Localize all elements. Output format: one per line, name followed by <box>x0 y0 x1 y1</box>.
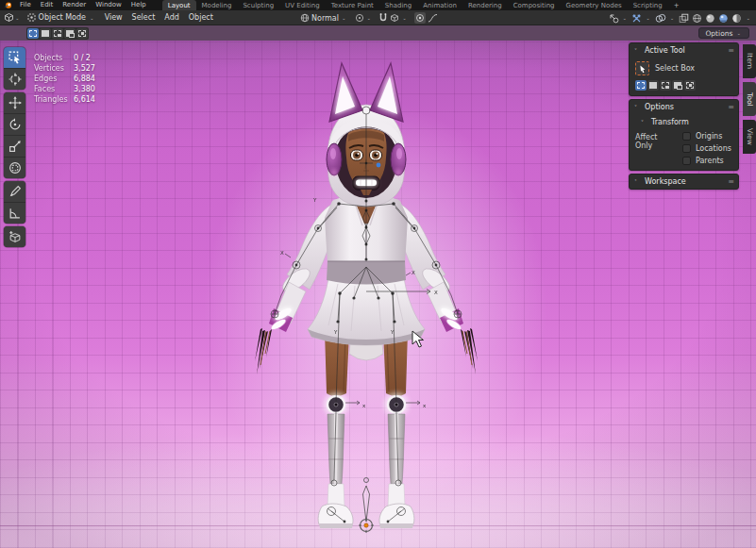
checkbox[interactable] <box>682 144 691 153</box>
viewport-menu-item[interactable]: View <box>100 13 127 22</box>
viewport-menu-item[interactable]: Object <box>184 13 218 22</box>
sidebar-tab[interactable]: View <box>743 120 756 154</box>
select-mode-subtract[interactable] <box>52 28 63 39</box>
tool-measure[interactable] <box>4 203 25 224</box>
topbar-menu-item[interactable]: Help <box>126 0 151 10</box>
active-tool-panel: ˅ Active Tool ≡ Select Box <box>629 42 739 96</box>
mode-selector[interactable]: Object Mode ⌄ <box>24 13 100 22</box>
select-mode-group <box>635 80 732 91</box>
axis-label: Y <box>390 329 395 335</box>
character-model[interactable]: Y X X X Y Y x x <box>234 42 517 542</box>
stats-value: 3,380 <box>74 84 95 94</box>
stats-row: Triangles 6,614 <box>34 94 95 105</box>
proportional-editing-icon[interactable] <box>414 12 426 24</box>
blender-logo-icon[interactable] <box>4 1 12 9</box>
pivot-point-icon[interactable] <box>355 13 364 23</box>
select-mode-extend[interactable] <box>40 28 51 39</box>
topbar-menu-item[interactable]: Render <box>58 0 91 10</box>
select-mode-new[interactable] <box>635 80 647 91</box>
options-panel-header[interactable]: ˅ Options ≡ <box>630 100 738 114</box>
sidebar-tab[interactable]: Item <box>743 44 756 78</box>
tool-cursor[interactable] <box>4 69 25 90</box>
options-button-label: Options <box>705 29 732 38</box>
workspace-tab[interactable]: Compositing <box>508 0 561 10</box>
tool-scale[interactable] <box>4 136 25 157</box>
workspace-tab[interactable]: UV Editing <box>279 0 326 10</box>
select-mode-extend[interactable] <box>647 80 659 91</box>
workspace-tab[interactable]: Rendering <box>462 0 508 10</box>
select-box-tool-icon <box>635 61 649 75</box>
workspace-tab[interactable]: Sculpting <box>237 0 279 10</box>
panel-title: Options <box>645 103 674 111</box>
mode-label: Object Mode <box>39 13 86 22</box>
caret-icon: ⌄ <box>746 15 750 21</box>
checkbox[interactable] <box>682 132 691 141</box>
tool-rotate[interactable] <box>4 114 25 135</box>
panel-menu-icon[interactable]: ≡ <box>728 177 733 186</box>
stats-label: Objects <box>34 53 74 63</box>
origin-point <box>364 523 368 527</box>
select-mode-new[interactable] <box>27 28 39 39</box>
xray-toggle-icon[interactable] <box>679 13 689 24</box>
workspace-tab[interactable]: Layout <box>162 0 196 10</box>
panel-menu-icon[interactable]: ≡ <box>728 103 733 111</box>
workspace-tab[interactable]: Texture Paint <box>326 0 379 10</box>
viewport-header-right: ⌄ ⌄ ⌄ ⌄ <box>609 10 752 25</box>
caret-icon: ⌄ <box>342 15 346 21</box>
overlays-icon[interactable] <box>655 13 666 24</box>
workspace-tab[interactable]: Geometry Nodes <box>561 0 628 10</box>
snap-magnet-icon[interactable] <box>378 13 388 23</box>
caret-icon: ⌄ <box>15 15 20 21</box>
axis-label: X <box>412 270 415 275</box>
topbar-menu-item[interactable]: Edit <box>36 0 59 10</box>
editor-type-selector[interactable]: ⌄ <box>4 12 22 23</box>
viewport-menu-item[interactable]: Add <box>160 13 184 22</box>
shading-rendered-icon[interactable] <box>731 13 742 24</box>
active-tool-name: Select Box <box>655 64 695 73</box>
select-mode-intersect[interactable] <box>684 80 696 91</box>
workspace-tab[interactable]: Animation <box>417 0 462 10</box>
viewport-options-button[interactable]: Options ⌄ <box>698 27 749 39</box>
chevron-right-icon: ˃ <box>634 178 641 185</box>
sidebar: ˅ Active Tool ≡ Select Box <box>629 42 739 192</box>
tool-add-cube[interactable] <box>4 226 25 247</box>
checkbox-label: Locations <box>696 144 731 153</box>
tool-transform[interactable] <box>4 158 25 178</box>
panel-menu-icon[interactable]: ≡ <box>728 46 733 55</box>
sidebar-tab[interactable]: Tool <box>743 82 756 116</box>
axis-label: Y <box>312 197 317 203</box>
select-mode-invert[interactable] <box>64 28 76 39</box>
workspace-tab[interactable]: Scripting <box>628 0 668 10</box>
armature-root-bone[interactable] <box>359 478 374 534</box>
viewport-menu-item[interactable]: Select <box>127 13 160 22</box>
shading-wireframe-icon[interactable] <box>692 13 702 24</box>
select-mode-subtract[interactable] <box>660 80 671 91</box>
topbar-menu-item[interactable]: Window <box>91 0 126 10</box>
workspace-panel-header[interactable]: ˃ Workspace ≡ <box>630 174 738 189</box>
add-workspace-button[interactable]: + <box>668 0 685 10</box>
stats-label: Edges <box>34 74 74 84</box>
gizmo-arrows-icon[interactable] <box>631 13 642 24</box>
toolbar <box>4 47 25 247</box>
mouse-cursor <box>412 330 425 349</box>
tool-annotate[interactable] <box>4 181 25 202</box>
workspace-tab[interactable]: Shading <box>379 0 417 10</box>
shading-material-icon[interactable] <box>718 13 729 24</box>
transform-subpanel-header[interactable]: ˅ Transform <box>635 118 732 126</box>
tool-move[interactable] <box>4 92 25 113</box>
snap-target-icon[interactable] <box>390 13 399 23</box>
affect-only-option: Parents <box>682 157 731 165</box>
shading-solid-icon[interactable] <box>705 13 715 24</box>
tool-select-box[interactable] <box>4 47 25 68</box>
checkbox[interactable] <box>682 157 691 165</box>
topbar-menu-item[interactable]: File <box>15 0 36 10</box>
select-mode-group <box>26 27 89 40</box>
workspace-tab[interactable]: Modeling <box>196 0 238 10</box>
stats-label: Faces <box>34 84 74 94</box>
show-gizmo-icon[interactable] <box>609 13 619 24</box>
transform-orientation[interactable]: Normal ⌄ ⌄ ⌄ <box>300 10 438 25</box>
active-tool-panel-header[interactable]: ˅ Active Tool ≡ <box>630 43 738 58</box>
proportional-falloff-icon[interactable] <box>428 13 438 23</box>
select-mode-intersect[interactable] <box>76 28 88 39</box>
select-mode-invert[interactable] <box>672 80 683 91</box>
